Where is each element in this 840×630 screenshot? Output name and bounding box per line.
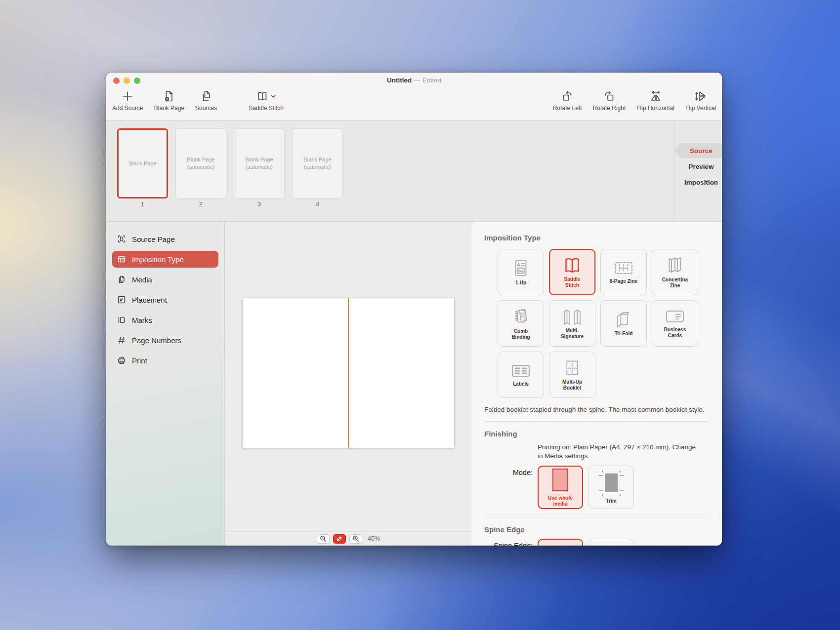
view-mode-tabs: Source Preview Imposition bbox=[674, 120, 722, 221]
window-title: Untitled—Edited bbox=[106, 77, 722, 84]
fit-arrows-icon bbox=[336, 536, 342, 542]
flip-vertical-label: Flip Vertical bbox=[685, 105, 716, 112]
preview-canvas[interactable] bbox=[225, 222, 472, 531]
spine-edge-label: Spine Edge: bbox=[484, 539, 538, 546]
rotate-right-label: Rotate Right bbox=[593, 105, 626, 112]
type-card-comb-binding[interactable]: Comb Binding bbox=[498, 300, 544, 347]
preview-area: 45% bbox=[225, 222, 472, 546]
saddle-stitch-menu-label: Saddle Stitch bbox=[249, 105, 284, 112]
sidebar-item-marks[interactable]: Marks bbox=[112, 312, 218, 328]
blank-page-button[interactable]: Blank Page bbox=[154, 89, 184, 112]
blank-page-label: Blank Page bbox=[154, 105, 184, 112]
page-number-label: 4 bbox=[316, 201, 319, 208]
mode-card-use-whole-media[interactable]: Use whole media bbox=[538, 466, 583, 509]
type-card-concertina-zine[interactable]: Concertina Zine bbox=[652, 249, 698, 295]
multi-signature-icon bbox=[562, 308, 582, 325]
type-card-labels[interactable]: Labels bbox=[498, 352, 544, 398]
type-card-label: 8-Page Zine bbox=[610, 278, 637, 284]
app-window: Untitled—Edited Add Source Blank Page So… bbox=[106, 73, 722, 546]
type-card-label: Comb Binding bbox=[505, 328, 536, 340]
page-thumbnail-1[interactable]: Blank Page 1 bbox=[117, 128, 168, 208]
tab-preview[interactable]: Preview bbox=[674, 159, 722, 174]
page-thumbnail-3[interactable]: Blank Page (automatic) 3 bbox=[234, 128, 285, 208]
media-icon bbox=[117, 275, 126, 284]
zoom-in-button[interactable] bbox=[349, 534, 362, 544]
mode-card-trim[interactable]: Trim bbox=[588, 466, 634, 509]
type-card-label: Tri-Fold bbox=[615, 331, 633, 337]
add-source-button[interactable]: Add Source bbox=[112, 89, 143, 112]
saddle-stitch-icon bbox=[562, 256, 582, 274]
page-number-label: 2 bbox=[199, 201, 203, 208]
sidebar-item-imposition-type[interactable]: Imposition Type bbox=[112, 251, 218, 268]
labels-icon bbox=[511, 363, 531, 379]
title-separator: — bbox=[414, 77, 420, 84]
placement-icon bbox=[117, 295, 126, 304]
imposition-type-grid: 1-Up Saddle Stitch 8-Page Zine Concertin… bbox=[498, 249, 709, 398]
imposition-type-description: Folded booklet stapled through the spine… bbox=[484, 406, 709, 413]
spine-fold-line bbox=[348, 298, 349, 448]
toolbar-right-group: Rotate Left Rotate Right Flip Horizontal… bbox=[553, 89, 716, 112]
page-thumbnail-card[interactable]: Blank Page (automatic) bbox=[292, 128, 343, 198]
sources-label: Sources bbox=[195, 105, 217, 112]
zoom-to-fit-button[interactable] bbox=[333, 534, 346, 544]
section-divider bbox=[484, 517, 709, 517]
page-numbers-icon bbox=[117, 336, 126, 345]
page-number-label: 1 bbox=[141, 201, 144, 208]
tab-imposition[interactable]: Imposition bbox=[674, 175, 722, 190]
sidebar-item-label: Print bbox=[132, 356, 147, 365]
rotate-right-button[interactable]: Rotate Right bbox=[593, 89, 626, 112]
desktop-wallpaper: Untitled—Edited Add Source Blank Page So… bbox=[0, 0, 840, 630]
new-page-icon bbox=[163, 90, 175, 102]
type-card-1-up[interactable]: 1-Up bbox=[498, 249, 544, 295]
spine-edge-option-selected[interactable] bbox=[538, 539, 583, 546]
type-card-8-page-zine[interactable]: 8-Page Zine bbox=[600, 249, 647, 295]
type-card-multi-up-booklet[interactable]: Multi-Up Booklet bbox=[549, 352, 595, 398]
sources-button[interactable]: Sources bbox=[195, 89, 217, 112]
settings-sidebar: Source Page Imposition Type Media Placem… bbox=[106, 222, 225, 546]
use-whole-media-icon bbox=[550, 468, 570, 493]
tab-source[interactable]: Source bbox=[674, 143, 722, 158]
toolbar: Add Source Blank Page Sources bbox=[112, 89, 716, 112]
eight-page-zine-icon bbox=[614, 260, 633, 276]
tri-fold-icon bbox=[614, 311, 633, 328]
sidebar-item-placement[interactable]: Placement bbox=[112, 291, 218, 308]
mode-row: Mode: Use whole media Trim bbox=[484, 466, 709, 509]
type-card-label: Saddle Stitch bbox=[557, 276, 588, 288]
type-card-business-cards[interactable]: Business Cards bbox=[652, 300, 698, 347]
page-thumbnail-card[interactable]: Blank Page (automatic) bbox=[234, 128, 285, 198]
concertina-zine-icon bbox=[667, 256, 683, 275]
type-card-multi-signature[interactable]: Multi-Signature bbox=[549, 300, 595, 347]
section-divider bbox=[484, 421, 709, 422]
spine-edge-option[interactable] bbox=[588, 539, 634, 546]
sidebar-item-print[interactable]: Print bbox=[112, 352, 218, 369]
page-number-label: 3 bbox=[257, 201, 261, 208]
type-card-tri-fold[interactable]: Tri-Fold bbox=[600, 300, 647, 347]
page-thumbnail-card[interactable]: Blank Page (automatic) bbox=[175, 128, 226, 198]
comb-binding-icon bbox=[511, 307, 530, 326]
page-thumbnail-2[interactable]: Blank Page (automatic) 2 bbox=[175, 128, 226, 208]
sidebar-item-page-numbers[interactable]: Page Numbers bbox=[112, 332, 218, 349]
page-thumbnail-card[interactable]: Blank Page bbox=[117, 128, 168, 198]
sidebar-item-label: Media bbox=[132, 276, 152, 284]
saddle-stitch-menu-button[interactable]: Saddle Stitch bbox=[249, 89, 284, 112]
rotate-left-button[interactable]: Rotate Left bbox=[553, 89, 582, 112]
mode-card-label: Use whole media bbox=[543, 495, 578, 507]
sidebar-item-media[interactable]: Media bbox=[112, 271, 218, 288]
marks-icon bbox=[117, 315, 126, 324]
add-source-label: Add Source bbox=[112, 105, 143, 112]
plus-icon bbox=[122, 90, 133, 102]
chevron-down-icon bbox=[271, 95, 276, 98]
rotate-left-icon bbox=[561, 90, 573, 102]
type-card-saddle-stitch[interactable]: Saddle Stitch bbox=[549, 249, 595, 295]
page-thumbnail-4[interactable]: Blank Page (automatic) 4 bbox=[292, 128, 343, 208]
zoom-out-button[interactable] bbox=[317, 534, 330, 544]
sidebar-item-label: Placement bbox=[132, 296, 167, 304]
flip-vertical-button[interactable]: Flip Vertical bbox=[685, 89, 716, 112]
flip-horizontal-button[interactable]: Flip Horizontal bbox=[636, 89, 674, 112]
sidebar-item-label: Marks bbox=[132, 316, 152, 324]
spine-edge-row: Spine Edge: bbox=[484, 539, 709, 546]
zoom-out-icon bbox=[320, 535, 327, 542]
sidebar-item-source-page[interactable]: Source Page bbox=[112, 231, 218, 247]
zoom-controls-bar: 45% bbox=[225, 531, 472, 546]
zoom-in-icon bbox=[352, 535, 359, 542]
